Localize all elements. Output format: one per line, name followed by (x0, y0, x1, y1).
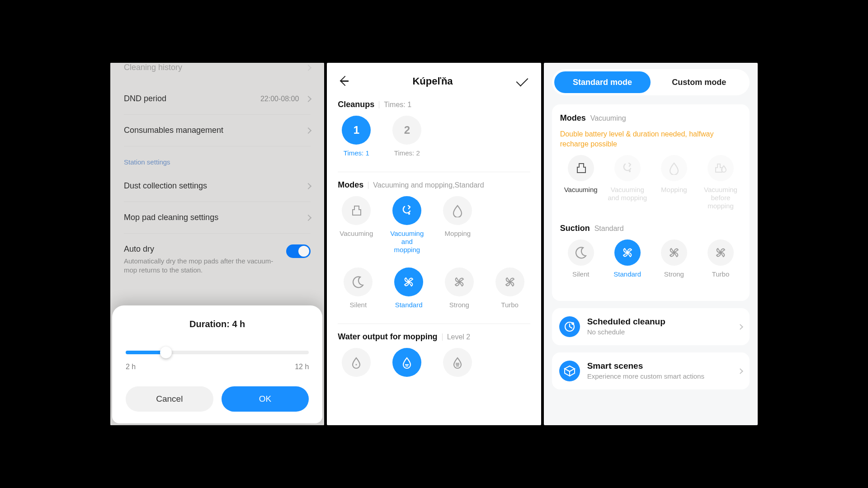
p3-mode-vac-mop[interactable]: Vacuuming and mopping (607, 155, 648, 210)
mop-label: Mop pad cleaning settings (124, 213, 218, 222)
p3-suction-label: Suction (560, 224, 590, 233)
cleaning-history-label: Cleaning history (124, 63, 182, 72)
scheduled-cleanup-row[interactable]: Scheduled cleanup No schedule (552, 308, 750, 345)
dust-label: Dust collection settings (124, 181, 207, 191)
confirm-button[interactable] (516, 75, 528, 87)
room-title: Kúpeľňa (412, 75, 453, 87)
moon-icon (351, 275, 365, 289)
suction-strong[interactable]: Strong (441, 267, 478, 317)
mode-mopping[interactable]: Mopping (439, 196, 476, 254)
modes-current: Vacuuming and mopping,Standard (373, 181, 484, 189)
water-level-2[interactable] (388, 348, 425, 377)
dust-collection-row[interactable]: Dust collection settings (124, 170, 311, 202)
drop-icon (451, 204, 464, 217)
p3-modes-label: Modes (560, 113, 586, 123)
chevron-right-icon (305, 64, 311, 70)
tab-custom-mode[interactable]: Custom mode (651, 71, 747, 93)
consumables-row[interactable]: Consumables management (124, 115, 311, 146)
vacuum-mop-icon (400, 204, 414, 217)
p3-suction-current: Standard (594, 225, 624, 233)
station-settings-header: Station settings (124, 146, 311, 170)
fan-icon (453, 275, 466, 289)
room-settings-screen: Kúpeľňa Cleanups Times: 1 1 Times: 1 2 T… (327, 63, 541, 425)
duration-slider[interactable] (126, 347, 309, 357)
chevron-right-icon (737, 324, 743, 330)
chevron-right-icon (305, 214, 311, 221)
modes-card: Modes Vacuuming Double battery level & d… (552, 104, 750, 301)
p3-suction-strong[interactable]: Strong (653, 239, 695, 286)
suction-standard[interactable]: Standard (390, 267, 427, 317)
cleanups-label: Cleanups (338, 100, 374, 109)
cleanups-option-2[interactable]: 2 Times: 2 (388, 116, 425, 165)
tab-standard-mode[interactable]: Standard mode (554, 71, 651, 93)
auto-dry-sub: Automatically dry the mop pads after the… (124, 257, 277, 275)
p3-mode-vac-before-mop[interactable]: Vacuuming before mopping (700, 155, 741, 210)
consumables-label: Consumables management (124, 126, 223, 135)
vacuum-icon (349, 204, 363, 217)
mop-pad-cleaning-row[interactable]: Mop pad cleaning settings (124, 202, 311, 234)
scenes-sub: Experience more custom smart actions (587, 372, 731, 381)
fan-icon (402, 275, 415, 289)
moon-icon (574, 246, 588, 259)
cancel-button[interactable]: Cancel (126, 386, 213, 412)
drop-icon (400, 356, 414, 369)
suction-turbo[interactable]: Turbo (491, 267, 528, 317)
drop-icon (667, 161, 681, 175)
drop-icon (451, 356, 464, 369)
suction-silent[interactable]: Silent (340, 267, 377, 317)
p3-mode-mopping[interactable]: Mopping (653, 155, 695, 210)
battery-warning: Double battery level & duration needed, … (560, 129, 741, 149)
settings-screen: Cleaning history DND period 22:00-08:00 … (110, 63, 324, 425)
drop-icon (349, 356, 363, 369)
vacuum-icon (574, 161, 588, 175)
mode-config-screen: Standard mode Custom mode Modes Vacuumin… (544, 63, 758, 425)
auto-dry-title: Auto dry (124, 244, 277, 254)
vacuum-before-mop-icon (714, 161, 727, 175)
smart-scenes-row[interactable]: Smart scenes Experience more custom smar… (552, 352, 750, 389)
slider-max: 12 h (295, 363, 309, 371)
back-button[interactable] (339, 76, 349, 86)
p3-suction-turbo[interactable]: Turbo (700, 239, 741, 286)
dnd-period-row[interactable]: DND period 22:00-08:00 (124, 83, 311, 115)
p3-suction-standard[interactable]: Standard (607, 239, 648, 286)
mode-vacuuming-and-mopping[interactable]: Vacuuming and mopping (388, 196, 425, 254)
slider-min: 2 h (126, 363, 136, 371)
p3-mode-vacuuming[interactable]: Vacuuming (560, 155, 602, 210)
mode-vacuuming[interactable]: Vacuuming (338, 196, 375, 254)
scheduled-title: Scheduled cleanup (587, 317, 731, 327)
vacuum-mop-icon (621, 161, 634, 175)
ok-button[interactable]: OK (222, 386, 309, 412)
cleaning-history-row[interactable]: Cleaning history (124, 63, 311, 83)
water-current: Level 2 (447, 333, 471, 341)
slider-thumb[interactable] (160, 347, 172, 358)
water-level-1[interactable] (338, 348, 375, 377)
dnd-label: DND period (124, 94, 166, 103)
auto-dry-row: Auto dry Automatically dry the mop pads … (124, 234, 311, 286)
water-label: Water output for mopping (338, 332, 437, 342)
chevron-right-icon (737, 368, 743, 374)
scenes-title: Smart scenes (587, 361, 731, 371)
mode-segmented-control: Standard mode Custom mode (552, 69, 750, 95)
clock-icon (559, 316, 580, 337)
chevron-right-icon (305, 183, 311, 189)
cube-icon (559, 361, 580, 381)
scheduled-sub: No schedule (587, 328, 731, 337)
fan-icon (714, 246, 727, 259)
fan-icon (503, 275, 517, 289)
auto-dry-toggle[interactable] (286, 244, 311, 258)
dnd-value: 22:00-08:00 (260, 95, 299, 103)
cleanups-current: Times: 1 (384, 101, 411, 109)
cleanups-option-1[interactable]: 1 Times: 1 (338, 116, 375, 165)
p3-suction-silent[interactable]: Silent (560, 239, 602, 286)
p3-modes-current: Vacuuming (590, 114, 626, 122)
fan-icon (621, 246, 634, 259)
duration-sheet: Duration: 4 h 2 h 12 h Cancel OK (112, 305, 322, 423)
chevron-right-icon (305, 95, 311, 102)
water-level-3[interactable] (439, 348, 476, 377)
fan-icon (667, 246, 681, 259)
modes-label: Modes (338, 180, 363, 190)
duration-title: Duration: 4 h (126, 319, 309, 329)
chevron-right-icon (305, 127, 311, 133)
